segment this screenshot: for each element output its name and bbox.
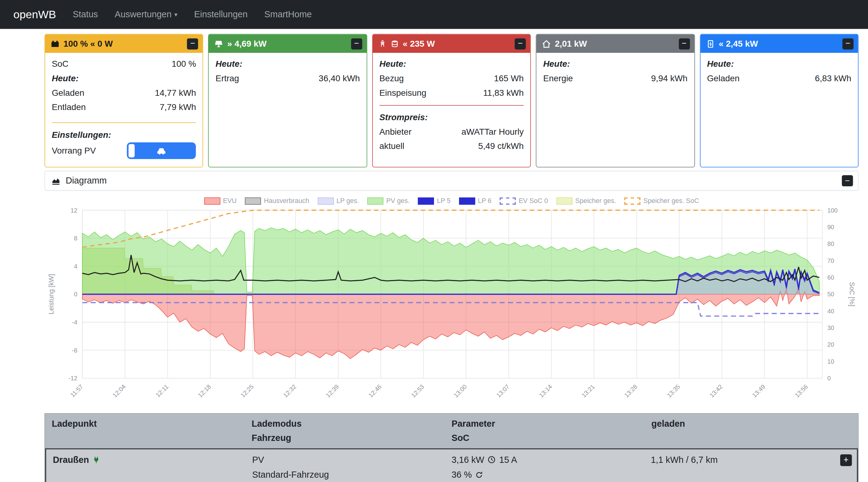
chargepoint-table: Ladepunkt LademodusFahrzeug ParameterSoC… <box>44 413 859 482</box>
svg-text:13:14: 13:14 <box>537 383 553 399</box>
svg-text:70: 70 <box>828 257 834 264</box>
svg-text:12:32: 12:32 <box>282 383 298 399</box>
legend-label: Speicher ges. SoC <box>643 197 699 204</box>
energy-label: Energie <box>543 71 573 86</box>
svg-text:10: 10 <box>828 358 834 365</box>
import-label: Bezug <box>379 71 404 86</box>
house-header-value: 2,01 kW <box>555 39 587 49</box>
nav-item-smarthome[interactable]: SmartHome <box>264 9 312 20</box>
today-section-label: Heute: <box>543 57 570 71</box>
import-value: 165 Wh <box>494 71 524 86</box>
grid-card-header: « 235 W − <box>373 35 530 53</box>
svg-text:13:42: 13:42 <box>708 383 724 399</box>
house-card: 2,01 kW − Heute: Energie9,94 kWh <box>536 34 695 167</box>
svg-text:12:53: 12:53 <box>410 383 426 399</box>
brand[interactable]: openWB <box>13 8 56 21</box>
grid-card-body: Heute: Bezug165 Wh Einspeisung11,83 kWh … <box>373 53 530 159</box>
param-current: 15 A <box>499 452 517 467</box>
col-vehicle: Fahrzeug <box>252 431 452 446</box>
charged-value: 6,83 kWh <box>815 71 851 86</box>
svg-text:13:35: 13:35 <box>665 383 681 399</box>
legend-label: Hausverbrauch <box>264 197 309 204</box>
svg-text:90: 90 <box>828 224 834 230</box>
nav-label: Auswertungen <box>115 9 172 20</box>
refresh-icon[interactable] <box>475 471 483 479</box>
svg-text:13:28: 13:28 <box>623 383 639 399</box>
coins-icon <box>391 39 399 48</box>
svg-text:0: 0 <box>74 291 77 297</box>
nav-item-einstellungen[interactable]: Einstellungen <box>194 9 248 20</box>
legend-label: LP 5 <box>437 197 451 204</box>
legend-item-lp-ges-[interactable]: LP ges. <box>317 197 359 204</box>
current-price-label: aktuell <box>379 139 404 154</box>
legend-label: EVU <box>223 197 237 204</box>
nav-label: Status <box>73 9 98 20</box>
today-section-label: Heute: <box>379 57 406 71</box>
svg-text:4: 4 <box>74 263 77 270</box>
chargepoint-card-header: « 2,45 kW − <box>701 35 858 53</box>
legend-item-speicher-ges-soc[interactable]: Speicher ges. SoC <box>624 197 699 204</box>
battery-card-header: 100 % « 0 W − <box>45 35 203 53</box>
settings-section-label: Einstellungen: <box>52 128 111 142</box>
provider-value: aWATTar Hourly <box>462 125 524 139</box>
priority-pv-toggle[interactable] <box>127 142 196 159</box>
grid-card: « 235 W − Heute: Bezug165 Wh Einspeisung… <box>372 34 531 167</box>
col-charged: geladen <box>651 417 851 431</box>
house-card-body: Heute: Energie9,94 kWh <box>537 53 694 91</box>
battery-icon <box>51 39 60 48</box>
charged-label: Geladen <box>52 86 84 100</box>
divider <box>52 122 196 123</box>
chart-legend: EVUHausverbrauchLP ges.PV ges.LP 5LP 6EV… <box>44 197 859 204</box>
battery-collapse-button[interactable]: − <box>187 38 198 49</box>
charged-amount: 1,1 kWh / 6,7 km <box>651 452 718 467</box>
battery-card-body: SoC100 % Heute: Geladen14,77 kWh Entlade… <box>45 53 203 165</box>
row-expand-button[interactable]: + <box>840 454 852 466</box>
today-section-label: Heute: <box>707 57 734 71</box>
legend-item-lp-5[interactable]: LP 5 <box>418 197 451 204</box>
legend-item-evu[interactable]: EVU <box>204 197 237 204</box>
svg-text:12:46: 12:46 <box>367 383 383 399</box>
pv-card-header: » 4,69 kW − <box>209 35 367 53</box>
svg-text:12:04: 12:04 <box>111 383 127 399</box>
export-value: 11,83 kWh <box>483 86 524 100</box>
chargepoint-header-value: « 2,45 kW <box>719 39 758 49</box>
svg-text:SoC [%]: SoC [%] <box>848 282 856 307</box>
pylon-icon <box>378 39 387 48</box>
nav-item-auswertungen[interactable]: Auswertungen▾ <box>115 9 178 20</box>
power-soc-chart: 12840-4-8-12100908070605040302010011:571… <box>44 206 859 409</box>
svg-text:13:21: 13:21 <box>580 383 596 399</box>
svg-text:8: 8 <box>74 235 77 242</box>
legend-item-pv-ges-[interactable]: PV ges. <box>367 197 410 204</box>
table-row: Draußen PV Standard-Fahrzeug 3,16 kW <box>45 448 858 482</box>
legend-swatch <box>459 197 475 204</box>
main-content: 100 % « 0 W − SoC100 % Heute: Geladen14,… <box>0 29 868 482</box>
legend-label: Speicher ges. <box>575 197 616 204</box>
grid-collapse-button[interactable]: − <box>515 38 526 49</box>
provider-label: Anbieter <box>379 125 411 139</box>
legend-label: LP ges. <box>336 197 359 204</box>
diagram-collapse-button[interactable]: − <box>842 175 853 186</box>
legend-item-hausverbrauch[interactable]: Hausverbrauch <box>245 197 309 204</box>
svg-text:30: 30 <box>828 324 834 331</box>
discharged-value: 7,79 kWh <box>159 100 196 115</box>
price-section-label: Strompreis: <box>379 110 428 125</box>
nav-item-status[interactable]: Status <box>73 9 98 20</box>
chargepoint-collapse-button[interactable]: − <box>842 38 854 49</box>
col-mode: Lademodus <box>252 417 452 431</box>
charge-mode: PV <box>252 452 264 467</box>
svg-text:13:56: 13:56 <box>794 383 809 399</box>
svg-text:12:25: 12:25 <box>239 383 255 399</box>
svg-text:12:39: 12:39 <box>324 383 340 399</box>
pv-collapse-button[interactable]: − <box>351 38 362 49</box>
energy-value: 9,94 kWh <box>651 71 687 86</box>
priority-pv-label: Vorrang PV <box>52 144 96 158</box>
svg-text:0: 0 <box>828 375 831 382</box>
legend-item-ev-soc-0[interactable]: EV SoC 0 <box>500 197 548 204</box>
param-power: 3,16 kW <box>452 452 485 467</box>
house-collapse-button[interactable]: − <box>679 38 690 49</box>
svg-text:13:00: 13:00 <box>453 383 468 399</box>
legend-item-lp-6[interactable]: LP 6 <box>459 197 491 204</box>
legend-item-speicher-ges-[interactable]: Speicher ges. <box>556 197 616 204</box>
svg-text:80: 80 <box>828 240 834 247</box>
svg-text:100: 100 <box>828 207 838 214</box>
